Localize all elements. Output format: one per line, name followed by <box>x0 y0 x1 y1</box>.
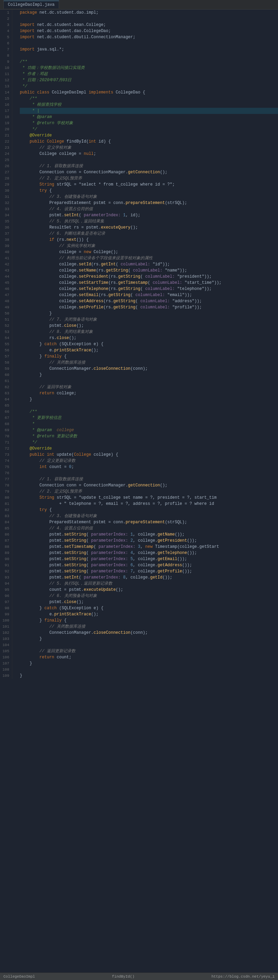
code-line: // 关闭数据库连接 <box>20 360 278 366</box>
code-line: * 功能：学校数据访问接口实现类 <box>20 65 278 71</box>
code-line: Connection conn = ConnectionManager.getC… <box>20 169 278 175</box>
code-line: // 3. 创建预备语句对象 <box>20 513 278 519</box>
line-number: 60 <box>2 372 9 378</box>
line-number: 28 <box>2 175 9 181</box>
line-number: 98 <box>2 605 9 611</box>
line-number: 20 <box>2 126 9 132</box>
code-line: } <box>20 636 278 642</box>
code-line: } catch (SQLException e) { <box>20 341 278 347</box>
code-line: // 返回更新记录数 <box>20 648 278 654</box>
status-right: https://blog.csdn.net/yeyu_1 <box>211 975 275 978</box>
code-line: college.setPresident(rs.getString( colum… <box>20 274 278 280</box>
line-number: 85 <box>2 525 9 531</box>
code-line: // 利用当前记录各个字段值来设置学校对象的属性 <box>20 255 278 261</box>
line-number: 61 <box>2 378 9 384</box>
line-number: 13 <box>2 83 9 89</box>
code-line: pstmt.setString( parameterIndex: 6, coll… <box>20 562 278 568</box>
code-content[interactable]: package net.dc.student.dao.impl; import … <box>18 10 278 679</box>
line-number: 34 <box>2 212 9 218</box>
code-line: String strSQL = "select * from t_college… <box>20 181 278 188</box>
code-line: try { <box>20 188 278 194</box>
line-number: 57 <box>2 353 9 360</box>
code-line: PreparedStatement pstmt = conn.prepareSt… <box>20 200 278 206</box>
line-number: 71 <box>2 439 9 445</box>
code-line: int count = 0; <box>20 464 278 470</box>
line-number: 18 <box>2 114 9 120</box>
line-number: 27 <box>2 169 9 175</box>
code-line: if (rs.next()) { <box>20 237 278 243</box>
line-number: 100 <box>2 617 9 624</box>
line-number: 51 <box>2 317 9 323</box>
code-line: public int update(College college) { <box>20 452 278 458</box>
line-number: 30 <box>2 188 9 194</box>
line-number: 2 <box>2 16 9 22</box>
code-line: */ <box>20 126 278 132</box>
code-line <box>20 378 278 384</box>
code-line: college.setEmail(rs.getString( columnLab… <box>20 292 278 298</box>
line-number: 101 <box>2 624 9 630</box>
code-line: return count; <box>20 654 278 660</box>
line-number: 99 <box>2 611 9 617</box>
code-line: ConnectionManager.closeConnection(conn); <box>20 630 278 636</box>
code-line <box>20 40 278 46</box>
code-line: college.setId(rs.getInt( columnLabel: "i… <box>20 261 278 267</box>
code-line: // 4. 设置占位符的值 <box>20 206 278 212</box>
code-line: // 6. 关闭预备语句对象 <box>20 593 278 599</box>
code-line: // 2. 定义SQL预营养 <box>20 175 278 181</box>
code-line: import net.dc.student.bean.College; <box>20 22 278 28</box>
code-line: /** <box>20 409 278 415</box>
line-number: 96 <box>2 593 9 599</box>
code-line: PreparedStatement pstmt = conn.prepareSt… <box>20 519 278 525</box>
code-line: pstmt.setString( parameterIndex: 1, coll… <box>20 531 278 538</box>
line-number: 91 <box>2 562 9 568</box>
code-line: // 8. 关闭结果集对象 <box>20 329 278 335</box>
line-number: 40 <box>2 249 9 255</box>
line-number: 15 <box>2 95 9 102</box>
line-number: 32 <box>2 200 9 206</box>
line-number: 90 <box>2 556 9 562</box>
line-number: 94 <box>2 581 9 587</box>
code-line: // 定义更新记录数 <box>20 458 278 464</box>
code-area: 1234567891011121314151617181920212223242… <box>0 10 278 679</box>
line-number: 22 <box>2 138 9 145</box>
code-line: } catch (SQLException e) { <box>20 605 278 611</box>
code-line: college.setName(rs.getString( columnLabe… <box>20 267 278 274</box>
code-line <box>20 157 278 163</box>
code-line: // 1. 获取数据库连接 <box>20 476 278 482</box>
line-number: 69 <box>2 427 9 433</box>
line-number: 1 <box>2 10 9 16</box>
code-line: // 3. 创建预备语句对象 <box>20 194 278 200</box>
line-number: 68 <box>2 421 9 427</box>
code-line: college.setAddress(rs.getString( columnL… <box>20 298 278 304</box>
code-line: package net.dc.student.dao.impl; <box>20 10 278 16</box>
code-line <box>20 52 278 59</box>
line-number: 31 <box>2 194 9 200</box>
line-number: 5 <box>2 34 9 40</box>
code-line: import net.dc.student.dbutil.ConnectionM… <box>20 34 278 40</box>
line-number: 87 <box>2 538 9 544</box>
line-number: 82 <box>2 507 9 513</box>
line-number: 97 <box>2 599 9 605</box>
line-number: 38 <box>2 237 9 243</box>
line-number: 63 <box>2 390 9 396</box>
code-line: ConnectionManager.closeConnection(conn); <box>20 366 278 372</box>
code-line: Connection conn = ConnectionManager.getC… <box>20 482 278 488</box>
code-line <box>20 667 278 673</box>
code-line: pstmt.setInt( parameterIndex: 8, college… <box>20 574 278 581</box>
tab[interactable]: CollegeDaoImpl.java <box>3 1 59 8</box>
code-line: * 作者：邓超 <box>20 71 278 77</box>
line-number: 104 <box>2 642 9 648</box>
line-number: 4 <box>2 28 9 34</box>
line-number: 36 <box>2 224 9 231</box>
code-line: count = pstmt.executeUpdate(); <box>20 587 278 593</box>
line-number: 17 <box>2 108 9 114</box>
code-line: college = new College(); <box>20 249 278 255</box>
line-number: 70 <box>2 433 9 439</box>
line-number: 66 <box>2 409 9 415</box>
line-number: 3 <box>2 22 9 28</box>
code-line: // 4. 设置占位符的值 <box>20 525 278 531</box>
code-line <box>20 470 278 476</box>
tab-label: CollegeDaoImpl.java <box>8 2 54 7</box>
line-number: 72 <box>2 445 9 452</box>
line-number: 44 <box>2 274 9 280</box>
